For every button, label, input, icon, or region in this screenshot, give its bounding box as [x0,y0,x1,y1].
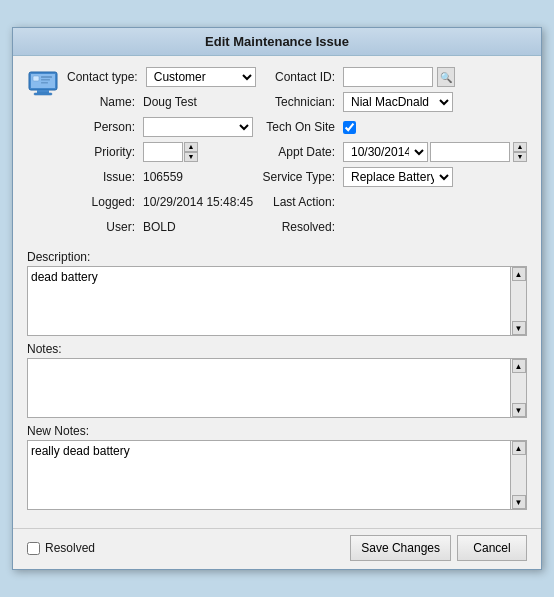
service-type-label: Service Type: [259,170,339,184]
priority-row: Priority: 3 ▲ ▼ [67,141,259,163]
svg-rect-4 [33,76,39,81]
cancel-button[interactable]: Cancel [457,535,527,561]
last-action-label: Last Action: [259,195,339,209]
resolved-footer-label: Resolved [45,541,95,555]
svg-rect-5 [41,76,52,78]
priority-up-btn[interactable]: ▲ [184,142,198,152]
footer-buttons: Save Changes Cancel [350,535,527,561]
dialog-icon [27,66,59,100]
save-changes-button[interactable]: Save Changes [350,535,451,561]
notes-scrollbar: ▲ ▼ [510,359,526,417]
description-textarea[interactable]: really dead battery [28,267,510,335]
user-label: User: [67,220,139,234]
svg-rect-3 [34,93,52,95]
new-notes-scroll-up[interactable]: ▲ [512,441,526,455]
svg-rect-2 [37,90,49,93]
logged-label: Logged: [67,195,139,209]
priority-label: Priority: [67,145,139,159]
new-notes-wrapper: really dead battery ▲ ▼ [27,440,527,510]
description-wrapper: really dead battery ▲ ▼ [27,266,527,336]
contact-id-row: Contact ID: 1973 🔍 [259,66,527,88]
contact-type-select[interactable]: Customer [146,67,256,87]
contact-type-row: Contact type: Customer [67,66,259,88]
user-row: User: BOLD [67,216,259,238]
technician-row: Technician: Nial MacDnald [259,91,527,113]
name-row: Name: Doug Test [67,91,259,113]
new-notes-textarea[interactable]: really dead battery [28,441,510,509]
priority-spinner: ▲ ▼ [184,142,198,162]
priority-input[interactable]: 3 [143,142,183,162]
logged-value: 10/29/2014 15:48:45 [143,195,253,209]
person-label: Person: [67,120,139,134]
description-label: Description: [27,250,527,264]
issue-row: Issue: 106559 [67,166,259,188]
new-notes-scrollbar: ▲ ▼ [510,441,526,509]
description-scroll-track [511,281,526,321]
description-scroll-down[interactable]: ▼ [512,321,526,335]
name-label: Name: [67,95,139,109]
resolved-field-label: Resolved: [259,220,339,234]
tech-on-site-checkbox[interactable] [343,121,356,134]
new-notes-label: New Notes: [27,424,527,438]
tech-on-site-row: Tech On Site [259,116,527,138]
issue-label: Issue: [67,170,139,184]
appt-time-input[interactable]: 3:00:00 AM [430,142,510,162]
resolved-checkbox[interactable] [27,542,40,555]
appt-date-select[interactable]: 10/30/2014 [343,142,428,162]
dialog-title: Edit Maintenance Issue [13,28,541,56]
dialog-footer: Resolved Save Changes Cancel [13,528,541,569]
svg-rect-6 [41,79,50,81]
issue-value: 106559 [143,170,183,184]
name-value: Doug Test [143,95,197,109]
notes-wrapper: ▲ ▼ [27,358,527,418]
time-spinner: ▲ ▼ [513,142,527,162]
contact-search-btn[interactable]: 🔍 [437,67,455,87]
technician-label: Technician: [259,95,339,109]
person-row: Person: [67,116,259,138]
new-notes-scroll-track [511,455,526,495]
new-notes-scroll-down[interactable]: ▼ [512,495,526,509]
svg-rect-7 [41,82,48,84]
priority-container: 3 ▲ ▼ [143,142,198,162]
resolved-footer-row: Resolved [27,541,95,555]
time-down-btn[interactable]: ▼ [513,152,527,162]
edit-maintenance-dialog: Edit Maintenance Issue [12,27,542,570]
tech-on-site-label: Tech On Site [259,120,339,134]
appt-date-label: Appt Date: [259,145,339,159]
description-scrollbar: ▲ ▼ [510,267,526,335]
person-select[interactable] [143,117,253,137]
last-action-row: Last Action: [259,191,527,213]
appt-date-container: 10/30/2014 3:00:00 AM ▲ ▼ [343,142,527,162]
contact-id-container: 1973 🔍 [343,67,455,87]
notes-scroll-down[interactable]: ▼ [512,403,526,417]
service-type-select[interactable]: Replace Battery [343,167,453,187]
time-up-btn[interactable]: ▲ [513,142,527,152]
notes-textarea[interactable] [28,359,510,417]
service-type-row: Service Type: Replace Battery [259,166,527,188]
priority-down-btn[interactable]: ▼ [184,152,198,162]
technician-select[interactable]: Nial MacDnald [343,92,453,112]
contact-id-input[interactable]: 1973 [343,67,433,87]
notes-scroll-up[interactable]: ▲ [512,359,526,373]
logged-row: Logged: 10/29/2014 15:48:45 [67,191,259,213]
contact-id-label: Contact ID: [259,70,339,84]
description-scroll-up[interactable]: ▲ [512,267,526,281]
resolved-row: Resolved: [259,216,527,238]
notes-label: Notes: [27,342,527,356]
contact-type-label: Contact type: [67,70,142,84]
notes-scroll-track [511,373,526,403]
user-value: BOLD [143,220,176,234]
appt-date-row: Appt Date: 10/30/2014 3:00:00 AM ▲ ▼ [259,141,527,163]
